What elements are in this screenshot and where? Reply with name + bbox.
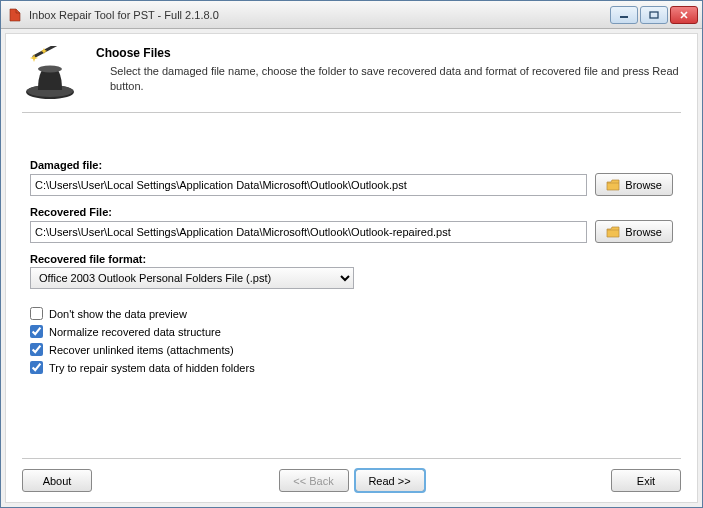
- minimize-button[interactable]: [610, 6, 638, 24]
- checkbox-unlinked-input[interactable]: [30, 343, 43, 356]
- about-button[interactable]: About: [22, 469, 92, 492]
- folder-icon: [606, 226, 620, 238]
- browse-recovered-button[interactable]: Browse: [595, 220, 673, 243]
- checkbox-hidden-label: Try to repair system data of hidden fold…: [49, 362, 255, 374]
- page-description: Select the damaged file name, choose the…: [96, 64, 681, 94]
- folder-icon: [606, 179, 620, 191]
- wizard-header: Choose Files Select the damaged file nam…: [22, 46, 681, 112]
- back-button[interactable]: << Back: [279, 469, 349, 492]
- browse-label: Browse: [625, 179, 662, 191]
- options-group: Don't show the data preview Normalize re…: [30, 307, 673, 374]
- checkbox-preview-input[interactable]: [30, 307, 43, 320]
- checkbox-hidden[interactable]: Try to repair system data of hidden fold…: [30, 361, 673, 374]
- checkbox-hidden-input[interactable]: [30, 361, 43, 374]
- checkbox-unlinked-label: Recover unlinked items (attachments): [49, 344, 234, 356]
- app-icon: [7, 7, 23, 23]
- maximize-button[interactable]: [640, 6, 668, 24]
- header-divider: [22, 112, 681, 113]
- recovered-file-input[interactable]: [30, 221, 587, 243]
- checkbox-normalize-input[interactable]: [30, 325, 43, 338]
- form-area: Damaged file: Browse Recovered File:: [22, 159, 681, 379]
- footer: About << Back Read >> Exit: [22, 458, 681, 492]
- checkbox-preview-label: Don't show the data preview: [49, 308, 187, 320]
- svg-rect-5: [32, 46, 60, 59]
- recovered-file-label: Recovered File:: [30, 206, 673, 218]
- app-window: Inbox Repair Tool for PST - Full 2.1.8.0: [0, 0, 703, 508]
- checkbox-preview[interactable]: Don't show the data preview: [30, 307, 673, 320]
- format-label: Recovered file format:: [30, 253, 673, 265]
- svg-rect-0: [620, 16, 628, 18]
- read-button[interactable]: Read >>: [355, 469, 425, 492]
- checkbox-unlinked[interactable]: Recover unlinked items (attachments): [30, 343, 673, 356]
- close-button[interactable]: [670, 6, 698, 24]
- titlebar: Inbox Repair Tool for PST - Full 2.1.8.0: [1, 1, 702, 29]
- window-controls: [610, 6, 698, 24]
- format-select[interactable]: Office 2003 Outlook Personal Folders Fil…: [30, 267, 354, 289]
- damaged-file-input[interactable]: [30, 174, 587, 196]
- checkbox-normalize-label: Normalize recovered data structure: [49, 326, 221, 338]
- browse-damaged-button[interactable]: Browse: [595, 173, 673, 196]
- browse-label: Browse: [625, 226, 662, 238]
- svg-rect-1: [650, 12, 658, 18]
- window-title: Inbox Repair Tool for PST - Full 2.1.8.0: [29, 9, 610, 21]
- content-panel: Choose Files Select the damaged file nam…: [5, 33, 698, 503]
- damaged-file-label: Damaged file:: [30, 159, 673, 171]
- checkbox-normalize[interactable]: Normalize recovered data structure: [30, 325, 673, 338]
- page-title: Choose Files: [96, 46, 681, 60]
- wizard-hat-icon: [22, 46, 78, 102]
- svg-point-4: [38, 66, 62, 73]
- exit-button[interactable]: Exit: [611, 469, 681, 492]
